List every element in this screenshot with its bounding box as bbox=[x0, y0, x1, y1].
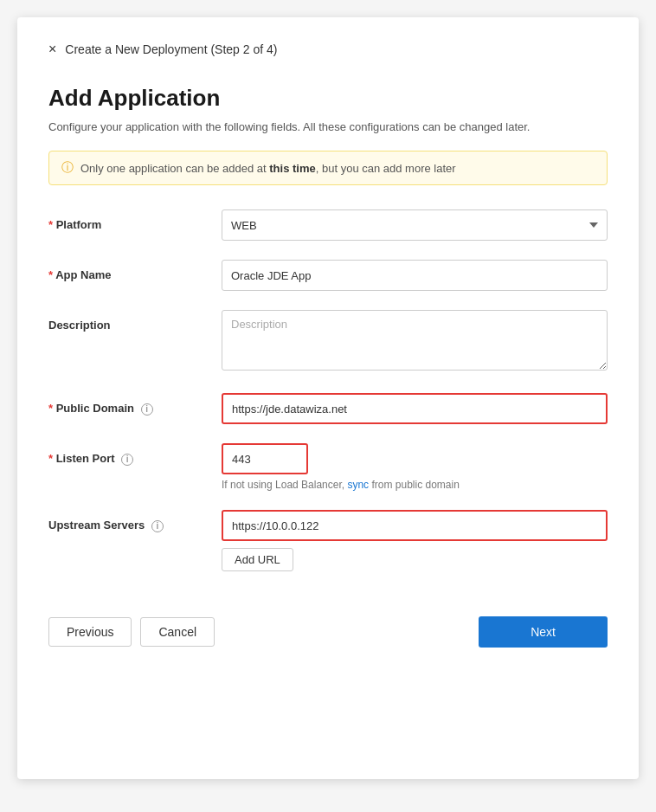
upstream-servers-label: Upstream Servers i bbox=[48, 519, 164, 532]
upstream-servers-info-icon[interactable]: i bbox=[151, 520, 164, 532]
description-label-col: Description bbox=[48, 310, 222, 332]
app-name-group: App Name bbox=[48, 260, 608, 291]
public-domain-label: Public Domain i bbox=[48, 402, 153, 415]
info-icon: ⓘ bbox=[61, 160, 74, 176]
listen-port-label-col: Listen Port i bbox=[48, 443, 222, 466]
page-subtitle: Configure your application with the foll… bbox=[48, 120, 608, 133]
footer-left: Previous Cancel bbox=[48, 617, 215, 647]
platform-label-col: Platform bbox=[48, 209, 222, 232]
listen-port-info-icon[interactable]: i bbox=[121, 454, 133, 466]
sync-link[interactable]: sync bbox=[347, 479, 369, 491]
listen-port-label: Listen Port i bbox=[48, 452, 133, 465]
app-name-label: App Name bbox=[48, 268, 112, 281]
add-url-button[interactable]: Add URL bbox=[222, 548, 293, 571]
platform-label: Platform bbox=[48, 218, 101, 231]
modal-container: × Create a New Deployment (Step 2 of 4) … bbox=[17, 17, 639, 779]
listen-port-input[interactable] bbox=[222, 443, 308, 474]
public-domain-input[interactable] bbox=[222, 393, 608, 424]
info-banner: ⓘ Only one application can be added at t… bbox=[48, 151, 608, 185]
upstream-servers-label-col: Upstream Servers i bbox=[48, 510, 222, 532]
page-heading: Add Application bbox=[48, 85, 608, 112]
modal-title: Create a New Deployment (Step 2 of 4) bbox=[65, 42, 277, 56]
close-icon[interactable]: × bbox=[48, 42, 56, 57]
platform-field-col: WEB MOBILE DESKTOP bbox=[222, 209, 608, 241]
description-textarea[interactable] bbox=[222, 310, 608, 371]
description-field-col bbox=[222, 310, 608, 374]
app-name-label-col: App Name bbox=[48, 260, 222, 282]
upstream-servers-field-col: Add URL bbox=[222, 510, 608, 571]
platform-select[interactable]: WEB MOBILE DESKTOP bbox=[222, 209, 608, 241]
modal-footer: Previous Cancel Next bbox=[48, 603, 608, 648]
public-domain-info-icon[interactable]: i bbox=[141, 403, 153, 416]
listen-port-field-col: If not using Load Balancer, sync from pu… bbox=[222, 443, 608, 491]
platform-group: Platform WEB MOBILE DESKTOP bbox=[48, 209, 608, 241]
public-domain-group: Public Domain i bbox=[48, 393, 608, 424]
cancel-button[interactable]: Cancel bbox=[140, 617, 215, 647]
listen-port-hint: If not using Load Balancer, sync from pu… bbox=[222, 479, 608, 491]
previous-button[interactable]: Previous bbox=[48, 617, 132, 647]
listen-port-group: Listen Port i If not using Load Balancer… bbox=[48, 443, 608, 491]
next-button[interactable]: Next bbox=[479, 616, 608, 648]
description-group: Description bbox=[48, 310, 608, 374]
upstream-servers-input[interactable] bbox=[222, 510, 608, 541]
banner-text: Only one application can be added at thi… bbox=[80, 162, 456, 175]
public-domain-field-col bbox=[222, 393, 608, 424]
public-domain-label-col: Public Domain i bbox=[48, 393, 222, 416]
upstream-servers-group: Upstream Servers i Add URL bbox=[48, 510, 608, 571]
description-label: Description bbox=[48, 319, 111, 332]
app-name-field-col bbox=[222, 260, 608, 291]
app-name-input[interactable] bbox=[222, 260, 608, 291]
modal-header: × Create a New Deployment (Step 2 of 4) bbox=[48, 42, 608, 57]
